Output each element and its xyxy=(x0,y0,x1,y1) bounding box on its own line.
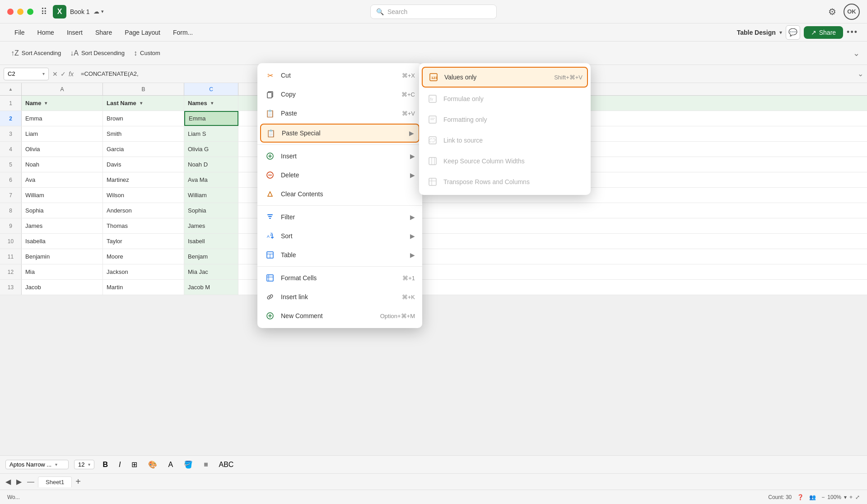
text-format-button[interactable]: ABC xyxy=(216,460,237,470)
submenu-transpose[interactable]: Transpose Rows and Columns xyxy=(419,171,591,192)
menu-insert[interactable]: Insert xyxy=(61,27,88,38)
bucket-button[interactable]: 🪣 xyxy=(181,459,196,470)
cell-c10[interactable]: Isabell xyxy=(184,234,238,249)
font-name-selector[interactable]: Aptos Narrow ... ▾ xyxy=(5,460,69,469)
filter-icon[interactable]: ▾ xyxy=(45,101,47,106)
col-header-a[interactable]: A xyxy=(22,83,103,95)
chevron-down-icon[interactable]: ▾ xyxy=(101,9,104,14)
col-header-b[interactable]: B xyxy=(103,83,184,95)
cell-c6[interactable]: Ava Ma xyxy=(184,172,238,187)
filter-icon[interactable]: ▾ xyxy=(140,101,142,106)
share-people-icon[interactable]: 👥 xyxy=(809,494,816,500)
cell-c1[interactable]: Names ▾ xyxy=(184,96,238,111)
add-sheet-button[interactable]: + xyxy=(74,476,83,487)
cancel-formula-icon[interactable]: ✕ xyxy=(52,70,58,78)
cell-b3[interactable]: Smith xyxy=(103,126,184,141)
context-menu-sort[interactable]: A Z Sort ▶ xyxy=(257,227,422,245)
menu-home[interactable]: Home xyxy=(32,27,60,38)
cell-a5[interactable]: Noah xyxy=(22,157,103,172)
fx-icon[interactable]: fx xyxy=(69,70,74,78)
context-menu-paste-special[interactable]: 📋 Paste Special ▶ xyxy=(260,124,420,143)
sheet-nav-left[interactable]: ◀ xyxy=(4,477,13,486)
context-menu-cut[interactable]: ✂ Cut ⌘+X xyxy=(257,66,422,85)
minimize-button[interactable] xyxy=(17,9,23,15)
font-size-chevron-icon[interactable]: ▾ xyxy=(88,462,90,467)
context-menu-new-comment[interactable]: New Comment Option+⌘+M xyxy=(257,306,422,325)
bold-button[interactable]: B xyxy=(100,460,111,470)
cell-b1[interactable]: Last Name ▾ xyxy=(103,96,184,111)
expand-formula-button[interactable]: ⌄ xyxy=(858,69,863,78)
cell-c11[interactable]: Benjam xyxy=(184,249,238,264)
align-button[interactable]: ≡ xyxy=(201,460,210,470)
gear-icon[interactable]: ⚙ xyxy=(828,6,836,17)
more-button[interactable]: ••• xyxy=(847,28,858,37)
context-menu-insert-link[interactable]: Insert link ⌘+K xyxy=(257,287,422,306)
help-icon[interactable]: ❓ xyxy=(797,494,804,500)
zoom-out-button[interactable]: − xyxy=(821,494,825,500)
cell-c12[interactable]: Mia Jac xyxy=(184,264,238,279)
italic-button[interactable]: I xyxy=(116,460,123,470)
cell-b10[interactable]: Taylor xyxy=(103,234,184,249)
confirm-formula-icon[interactable]: ✓ xyxy=(61,70,66,78)
context-menu-insert[interactable]: Insert ▶ xyxy=(257,147,422,166)
cell-b13[interactable]: Martin xyxy=(103,280,184,295)
ok-button[interactable]: OK xyxy=(844,4,860,20)
submenu-formulae-only[interactable]: fx Formulae only xyxy=(419,88,591,109)
col-header-c[interactable]: C xyxy=(184,83,238,95)
submenu-values-only[interactable]: 123 Values only Shift+⌘+V xyxy=(422,67,588,88)
sheet-nav-right[interactable]: ▶ xyxy=(14,477,23,486)
cell-b12[interactable]: Jackson xyxy=(103,264,184,279)
context-menu-copy[interactable]: Copy ⌘+C xyxy=(257,85,422,104)
context-menu-format-cells[interactable]: Format Cells ⌘+1 xyxy=(257,268,422,287)
borders-button[interactable]: ⊞ xyxy=(129,459,140,470)
filter-icon[interactable]: ▾ xyxy=(211,101,213,106)
font-size-selector[interactable]: 12 ▾ xyxy=(74,460,94,469)
menu-form[interactable]: Form... xyxy=(168,27,198,38)
zoom-chevron[interactable]: ▾ xyxy=(844,494,847,500)
cell-a7[interactable]: William xyxy=(22,188,103,203)
cell-c9[interactable]: James xyxy=(184,218,238,233)
cell-c4[interactable]: Olivia G xyxy=(184,142,238,157)
share-button[interactable]: ↗ Share xyxy=(804,26,843,39)
search-bar[interactable]: 🔍 Search xyxy=(370,5,497,19)
submenu-keep-col-widths[interactable]: Keep Source Column Widths xyxy=(419,151,591,171)
cell-a1[interactable]: Name ▾ xyxy=(22,96,103,111)
fullscreen-icon[interactable]: ⤢ xyxy=(855,494,860,500)
cell-reference[interactable]: C2 ▾ xyxy=(4,68,49,80)
menu-page-layout[interactable]: Page Layout xyxy=(119,27,166,38)
sheet-tab-1[interactable]: Sheet1 xyxy=(38,476,72,487)
cell-b9[interactable]: Thomas xyxy=(103,218,184,233)
zoom-in-button[interactable]: + xyxy=(849,494,853,500)
font-chevron-icon[interactable]: ▾ xyxy=(55,462,57,467)
context-menu-paste[interactable]: 📋 Paste ⌘+V xyxy=(257,104,422,123)
close-button[interactable] xyxy=(7,9,14,15)
cell-b5[interactable]: Davis xyxy=(103,157,184,172)
cell-a10[interactable]: Isabella xyxy=(22,234,103,249)
cell-c2[interactable]: Emma xyxy=(184,111,238,126)
cell-b4[interactable]: Garcia xyxy=(103,142,184,157)
custom-sort-button[interactable]: ↕ Custom xyxy=(130,47,164,59)
cell-a4[interactable]: Olivia xyxy=(22,142,103,157)
fill-color-button[interactable]: 🎨 xyxy=(145,459,160,470)
cell-b7[interactable]: Wilson xyxy=(103,188,184,203)
cell-a13[interactable]: Jacob xyxy=(22,280,103,295)
cell-a3[interactable]: Liam xyxy=(22,126,103,141)
cell-a11[interactable]: Benjamin xyxy=(22,249,103,264)
context-menu-delete[interactable]: Delete ▶ xyxy=(257,166,422,185)
cell-b2[interactable]: Brown xyxy=(103,111,184,126)
submenu-formatting-only[interactable]: Formatting only xyxy=(419,109,591,130)
cell-b6[interactable]: Martinez xyxy=(103,172,184,187)
sort-descending-button[interactable]: ↓A Sort Descending xyxy=(66,47,128,59)
cell-a8[interactable]: Sophia xyxy=(22,203,103,218)
context-menu-clear-contents[interactable]: Clear Contents xyxy=(257,185,422,203)
select-all-icon[interactable]: ▲ xyxy=(9,87,13,92)
font-color-button[interactable]: A xyxy=(165,460,176,470)
cell-b11[interactable]: Moore xyxy=(103,249,184,264)
menu-file[interactable]: File xyxy=(9,27,30,38)
cell-a12[interactable]: Mia xyxy=(22,264,103,279)
cell-c7[interactable]: William xyxy=(184,188,238,203)
cell-c13[interactable]: Jacob M xyxy=(184,280,238,295)
comment-button[interactable]: 💬 xyxy=(786,25,800,40)
sort-ascending-button[interactable]: ↑Z Sort Ascending xyxy=(7,47,65,59)
context-menu-table[interactable]: Table ▶ xyxy=(257,245,422,264)
